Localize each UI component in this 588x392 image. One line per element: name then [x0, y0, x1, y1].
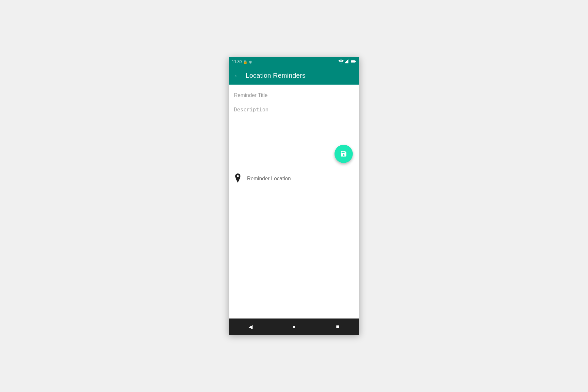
- save-fab-button[interactable]: [335, 145, 353, 163]
- battery-icon: [351, 60, 356, 64]
- app-bar: ← Location Reminders: [229, 66, 359, 85]
- svg-rect-4: [349, 59, 350, 63]
- location-label: Reminder Location: [247, 176, 291, 182]
- signal-icon: [345, 59, 350, 64]
- svg-rect-3: [347, 60, 348, 63]
- location-row[interactable]: Reminder Location: [229, 168, 359, 189]
- content-area: Reminder Location: [229, 85, 359, 189]
- nav-home-button[interactable]: ●: [287, 320, 301, 333]
- status-bar-left: 11:30 🔒 ◎: [232, 59, 252, 64]
- wifi-icon: [338, 59, 344, 64]
- location-pin-icon: [234, 173, 242, 184]
- svg-rect-2: [346, 61, 347, 63]
- status-bar-right: [338, 59, 356, 64]
- status-bar: 11:30 🔒 ◎: [229, 57, 359, 66]
- back-button[interactable]: ←: [234, 72, 240, 79]
- reminder-title-input[interactable]: [234, 90, 354, 101]
- app-bar-title: Location Reminders: [246, 72, 305, 79]
- status-time: 11:30: [232, 59, 242, 64]
- save-icon: [340, 150, 347, 157]
- phone-screen: 11:30 🔒 ◎: [229, 57, 359, 335]
- svg-point-0: [341, 63, 342, 64]
- svg-rect-7: [351, 60, 355, 62]
- nav-bar: ◀ ● ■: [229, 318, 359, 335]
- nav-back-button[interactable]: ◀: [244, 320, 257, 333]
- location-status-icon: ◎: [249, 60, 252, 64]
- svg-rect-1: [345, 62, 346, 63]
- nav-recents-button[interactable]: ■: [331, 320, 344, 333]
- svg-rect-6: [355, 61, 356, 62]
- lock-icon: 🔒: [243, 60, 248, 64]
